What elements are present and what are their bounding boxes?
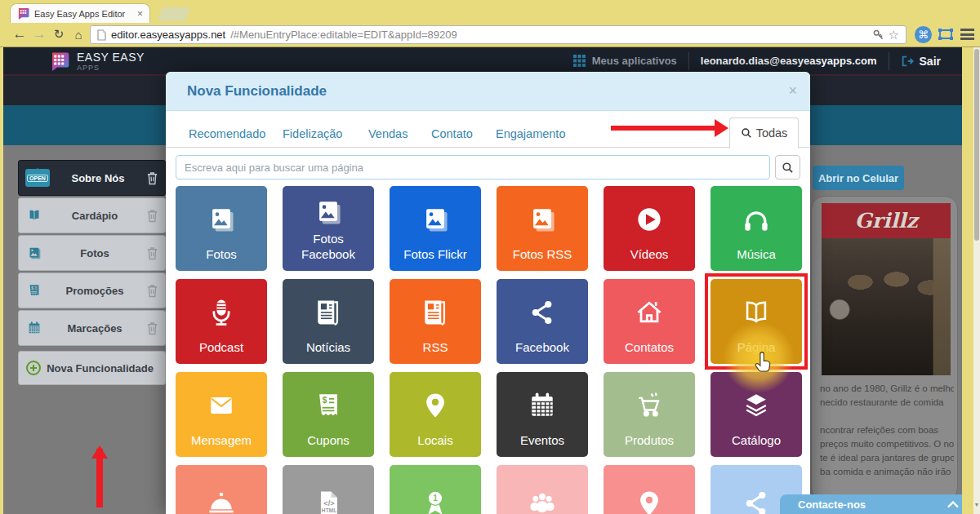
- tile-fotos-facebook[interactable]: Fotos Facebook: [283, 186, 374, 271]
- tile-facebook[interactable]: Facebook: [497, 279, 588, 364]
- tab-fidelizacao[interactable]: Fidelização: [283, 127, 342, 140]
- key-icon[interactable]: [873, 29, 884, 40]
- coupon-icon: $: [283, 372, 374, 433]
- tile-produtos[interactable]: Produtos: [604, 372, 695, 457]
- url-bar[interactable]: editor.easyeasyapps.net/#MenuEntryPlace:…: [90, 25, 906, 44]
- tile-servico[interactable]: [176, 465, 267, 514]
- svg-text:1: 1: [433, 494, 438, 503]
- envelope-icon: [176, 372, 267, 433]
- contact-us-label: Contacte-nos: [798, 498, 947, 511]
- promo-receipt-icon: $: [25, 282, 43, 299]
- modal-close-icon[interactable]: ×: [788, 82, 797, 100]
- tab-todas-label: Todas: [756, 126, 788, 140]
- restaurant-logo: Grillz: [854, 209, 917, 233]
- search-button[interactable]: [775, 155, 800, 179]
- svg-text:</>: </>: [323, 499, 334, 507]
- browser-menu-icon[interactable]: [960, 29, 974, 40]
- tile-podcast[interactable]: Podcast: [176, 279, 267, 364]
- home-icon[interactable]: ⌂: [69, 28, 88, 42]
- tile-noticias[interactable]: Notícias: [283, 279, 374, 364]
- sidebar-item-cardapio[interactable]: Cardápio: [18, 197, 166, 233]
- sidebar-item-nova-funcionalidade[interactable]: Nova Funcionalidade: [18, 351, 166, 385]
- logout-label: Sair: [920, 55, 941, 68]
- sidebar-item-sobre-nos[interactable]: OPEN Sobre Nós: [18, 160, 166, 196]
- refresh-icon[interactable]: ↻: [49, 27, 69, 42]
- headphones-icon: [710, 186, 802, 247]
- photos-icon: [283, 186, 374, 232]
- play-icon: [604, 186, 695, 247]
- new-feature-modal: Nova Funcionalidade × Recomendado Fideli…: [166, 72, 810, 514]
- people-icon: [497, 465, 588, 514]
- app-page: EASY EASY APPS Meus aplicativos leonardo…: [3, 47, 962, 514]
- tile-videos[interactable]: Vídeos: [604, 186, 695, 271]
- svg-text:HTML: HTML: [321, 507, 336, 513]
- tile-label: Contatos: [604, 340, 695, 364]
- svg-text:$: $: [323, 397, 327, 405]
- new-tab-button[interactable]: [158, 7, 190, 21]
- award-icon: 1: [390, 465, 481, 514]
- modal-title: Nova Funcionalidade: [187, 83, 788, 100]
- scrollbar-down-arrow[interactable]: ▼: [973, 502, 980, 507]
- logout-button[interactable]: Sair: [901, 55, 941, 68]
- tile-grupos[interactable]: [497, 465, 588, 514]
- trash-icon[interactable]: [146, 284, 158, 298]
- newspaper-icon: [283, 279, 374, 340]
- microphone-icon: [176, 279, 267, 340]
- scrollbar-thumb[interactable]: [974, 49, 979, 241]
- search-icon: [741, 127, 752, 139]
- tile-label: Vídeos: [604, 247, 695, 271]
- tile-mensagem[interactable]: Mensagem: [176, 372, 267, 457]
- trash-icon[interactable]: [146, 246, 158, 260]
- photos-icon: [176, 186, 267, 247]
- forward-icon[interactable]: →: [29, 26, 49, 42]
- tile-musica[interactable]: Música: [710, 186, 802, 271]
- plus-circle-icon: [25, 360, 42, 376]
- tile-fotos[interactable]: Fotos: [176, 186, 267, 271]
- bookmark-star-icon[interactable]: ☆: [889, 28, 899, 42]
- search-icon: [782, 162, 794, 174]
- tile-rss[interactable]: RSS: [390, 279, 481, 364]
- open-sign-icon: OPEN: [25, 169, 50, 187]
- tab-recomendado[interactable]: Recomendado: [189, 127, 265, 140]
- browser-tab[interactable]: Easy Easy Apps Editor ×: [10, 3, 150, 23]
- annotation-arrow-up-shaft: [96, 449, 103, 507]
- app-logo[interactable]: EASY EASY APPS: [49, 51, 145, 72]
- tile-cupons[interactable]: $ Cupons: [283, 372, 374, 457]
- tab-engajamento[interactable]: Engajamento: [496, 127, 565, 140]
- sidebar-item-promocoes[interactable]: $ Promoções: [18, 273, 166, 308]
- photos-icon: [497, 186, 588, 247]
- open-on-phone-button[interactable]: Abrir no Celular: [813, 166, 904, 190]
- back-icon[interactable]: ←: [10, 26, 29, 42]
- newspaper-icon: [390, 279, 481, 340]
- sidebar-item-label: Marcações: [43, 322, 146, 335]
- tab-todas[interactable]: Todas: [729, 117, 799, 148]
- trash-icon[interactable]: [146, 209, 158, 223]
- sidebar-item-fotos[interactable]: Fotos: [18, 235, 166, 271]
- tab-close-icon[interactable]: ×: [137, 8, 143, 20]
- tab-vendas[interactable]: Vendas: [368, 127, 408, 140]
- home-icon: [604, 279, 695, 340]
- tile-label: Catálogo: [710, 433, 802, 457]
- search-input[interactable]: [176, 155, 770, 179]
- tile-premio[interactable]: 1: [390, 465, 481, 514]
- sidebar-item-marcacoes[interactable]: Marcações: [18, 310, 166, 346]
- tile-contatos[interactable]: Contatos: [604, 279, 695, 364]
- tile-locais[interactable]: Locais: [390, 372, 481, 457]
- tile-fotos-rss[interactable]: Fotos RSS: [497, 186, 588, 271]
- cloche-icon: [176, 465, 267, 514]
- browser-chrome: Easy Easy Apps Editor × ← → ↻ ⌂ editor.e…: [0, 0, 980, 47]
- tile-html[interactable]: </>HTML: [283, 465, 374, 514]
- tab-contato[interactable]: Contato: [431, 127, 473, 140]
- tile-pin[interactable]: [604, 465, 695, 514]
- trash-icon[interactable]: [146, 321, 158, 335]
- extension-icon[interactable]: ⌘: [915, 26, 932, 43]
- screenshot-extension-icon[interactable]: [938, 27, 954, 42]
- tile-fotos-flickr[interactable]: Fotos Flickr: [390, 186, 481, 271]
- tile-eventos[interactable]: Eventos: [497, 372, 588, 457]
- tile-label: Produtos: [604, 433, 695, 457]
- photos-icon: [25, 245, 43, 261]
- my-apps-link[interactable]: Meus aplicativos: [573, 55, 677, 67]
- trash-icon[interactable]: [146, 171, 158, 185]
- about-text: no ano de 1980, Grillz é o melhor e neci…: [820, 382, 954, 479]
- contact-us-bar[interactable]: Contacte-nos: [780, 494, 962, 514]
